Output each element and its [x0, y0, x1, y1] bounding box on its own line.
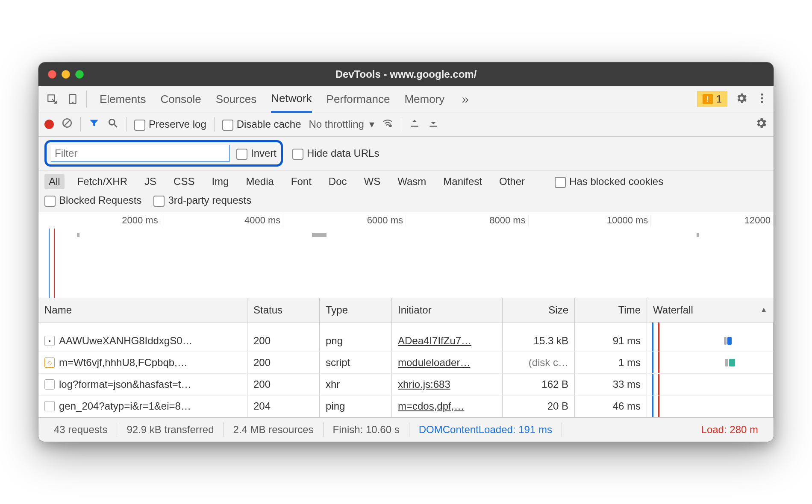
chip-other[interactable]: Other: [495, 174, 529, 189]
filter-toggle-icon[interactable]: [88, 117, 100, 131]
blocked-requests-label: Blocked Requests: [59, 194, 141, 206]
kebab-menu-icon[interactable]: [756, 92, 768, 106]
clear-button[interactable]: [62, 117, 73, 131]
has-blocked-cookies-checkbox[interactable]: Has blocked cookies: [555, 176, 663, 188]
chip-manifest[interactable]: Manifest: [439, 174, 486, 189]
issues-count: 1: [716, 93, 722, 105]
hide-data-urls-label: Hide data URLs: [307, 147, 379, 159]
panel-tabs: Elements Console Sources Network Perform…: [100, 86, 694, 112]
cell-type: xhr: [320, 374, 392, 395]
cell-size: 20 B: [503, 396, 575, 417]
search-icon[interactable]: [107, 117, 118, 131]
table-row[interactable]: ▪ AAWUweXANHG8IddxgS0… 200 png ADea4I7If…: [38, 330, 774, 352]
network-conditions-icon[interactable]: [382, 117, 393, 131]
timeline-tick: 8000 ms: [406, 215, 529, 227]
waterfall-dcl-line: [652, 322, 653, 330]
chip-wasm[interactable]: Wasm: [393, 174, 430, 189]
table-row[interactable]: gen_204?atyp=i&r=1&ei=8… 204 ping m=cdos…: [38, 396, 774, 417]
timeline-body: [38, 229, 774, 298]
cell-initiator[interactable]: xhrio.js:683: [392, 374, 503, 395]
throttling-select[interactable]: No throttling ▾: [309, 118, 374, 130]
invert-label: Invert: [251, 147, 277, 159]
cell-type: script: [320, 352, 392, 373]
filter-highlight: Invert: [44, 140, 283, 167]
cell-initiator[interactable]: ADea4I7IfZu7…: [392, 330, 503, 352]
requests-table-body: ▪ AAWUweXANHG8IddxgS0… 200 png ADea4I7If…: [38, 322, 774, 417]
col-header-waterfall[interactable]: Waterfall▲: [647, 298, 774, 322]
toolbar-right-tools: ! 1: [697, 91, 768, 107]
separator: [80, 117, 81, 132]
tab-performance[interactable]: Performance: [327, 87, 390, 112]
maximize-window-button[interactable]: [75, 70, 84, 79]
chip-js[interactable]: JS: [140, 174, 161, 189]
hide-data-urls-checkbox[interactable]: Hide data URLs: [292, 147, 379, 160]
col-header-time[interactable]: Time: [575, 298, 647, 322]
status-finish: Finish: 10.60 s: [324, 424, 409, 436]
chevron-down-icon: ▾: [369, 118, 374, 130]
status-load: Load: 280 m: [692, 424, 768, 436]
col-header-status[interactable]: Status: [247, 298, 320, 322]
preserve-log-checkbox[interactable]: Preserve log: [134, 118, 206, 131]
chip-media[interactable]: Media: [241, 174, 278, 189]
timeline-load-line: [54, 229, 55, 298]
cell-initiator[interactable]: m=cdos,dpf,…: [392, 396, 503, 417]
filter-input[interactable]: [51, 145, 229, 162]
chip-ws[interactable]: WS: [360, 174, 385, 189]
third-party-checkbox[interactable]: 3rd-party requests: [153, 194, 251, 207]
close-window-button[interactable]: [48, 70, 56, 79]
document-file-icon: [44, 401, 55, 411]
invert-checkbox[interactable]: Invert: [236, 147, 277, 160]
timeline-mark: [77, 233, 79, 237]
table-row[interactable]: log?format=json&hasfast=t… 200 xhr xhrio…: [38, 374, 774, 396]
timeline-overview[interactable]: 2000 ms 4000 ms 6000 ms 8000 ms 10000 ms…: [38, 212, 774, 298]
col-header-size[interactable]: Size: [503, 298, 575, 322]
col-header-type[interactable]: Type: [320, 298, 392, 322]
cell-status: 200: [247, 330, 320, 352]
status-dcl: DOMContentLoaded: 191 ms: [409, 424, 562, 436]
inspect-element-icon[interactable]: [44, 91, 61, 108]
blocked-requests-checkbox[interactable]: Blocked Requests: [44, 194, 141, 207]
chip-font[interactable]: Font: [287, 174, 316, 189]
network-toolbar: Preserve log Disable cache No throttling…: [38, 112, 774, 137]
tabs-overflow-button[interactable]: »: [459, 92, 471, 106]
import-har-icon[interactable]: [409, 117, 420, 131]
warning-icon: !: [703, 94, 713, 104]
cell-name: log?format=json&hasfast=t…: [38, 374, 247, 395]
window-titlebar: DevTools - www.google.com/: [38, 62, 774, 86]
cell-waterfall: [647, 330, 774, 352]
disable-cache-label: Disable cache: [237, 118, 301, 130]
chip-css[interactable]: CSS: [169, 174, 199, 189]
chip-all[interactable]: All: [44, 174, 65, 189]
issues-badge[interactable]: ! 1: [697, 91, 727, 107]
tab-sources[interactable]: Sources: [216, 87, 256, 112]
record-button[interactable]: [44, 120, 54, 129]
chip-doc[interactable]: Doc: [324, 174, 351, 189]
timeline-tick: 10000 ms: [529, 215, 651, 227]
third-party-label: 3rd-party requests: [168, 194, 251, 206]
has-blocked-cookies-label: Has blocked cookies: [569, 176, 663, 187]
table-row[interactable]: ◇ m=Wt6vjf,hhhU8,FCpbqb,… 200 script mod…: [38, 352, 774, 374]
settings-gear-icon[interactable]: [735, 92, 748, 106]
export-har-icon[interactable]: [428, 117, 439, 131]
tab-console[interactable]: Console: [160, 87, 201, 112]
device-toolbar-icon[interactable]: [64, 91, 81, 108]
timeline-tick: 6000 ms: [283, 215, 406, 227]
network-settings-gear-icon[interactable]: [755, 117, 768, 132]
svg-point-8: [109, 120, 115, 125]
chip-img[interactable]: Img: [207, 174, 233, 189]
cell-size: 162 B: [503, 374, 575, 395]
tab-network[interactable]: Network: [271, 86, 312, 113]
col-header-initiator[interactable]: Initiator: [392, 298, 503, 322]
tab-memory[interactable]: Memory: [404, 87, 444, 112]
minimize-window-button[interactable]: [62, 70, 70, 79]
tab-elements[interactable]: Elements: [100, 87, 146, 112]
cell-status: 204: [247, 396, 320, 417]
col-header-name[interactable]: Name: [38, 298, 247, 322]
cell-status: 200: [247, 374, 320, 395]
cell-initiator[interactable]: moduleloader…: [392, 352, 503, 373]
chip-fetch-xhr[interactable]: Fetch/XHR: [73, 174, 132, 189]
status-resources: 2.4 MB resources: [224, 424, 323, 436]
cell-size: 15.3 kB: [503, 330, 575, 352]
disable-cache-checkbox[interactable]: Disable cache: [222, 118, 301, 131]
separator: [126, 117, 127, 132]
